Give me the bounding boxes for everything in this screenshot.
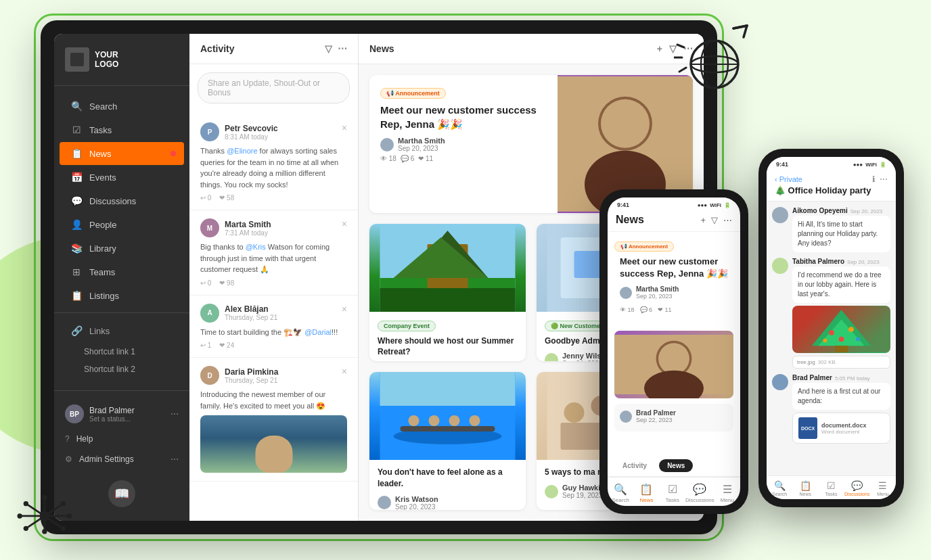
news-featured-avatar — [380, 138, 394, 151]
sidebar-item-teams[interactable]: ⊞ Teams — [60, 260, 184, 283]
activity-post-3-reply[interactable]: ↩ 1 — [200, 342, 211, 349]
chat-bottom-bar: 🔍 Search 📋 News ☑ Tasks 💬 Discussions ☰ … — [767, 475, 896, 499]
chat-nav-discussions[interactable]: 💬 Discussions — [844, 480, 870, 496]
sidebar-item-news[interactable]: 📋 News — [60, 142, 184, 165]
phone-news-second-card[interactable]: Brad Palmer Sep 22, 2023 — [614, 404, 733, 431]
phone-nav-search-label: Search — [612, 497, 629, 503]
sidebar-shortcut-2[interactable]: Shortcut link 2 — [54, 360, 189, 378]
news-card-1-image — [369, 224, 526, 312]
activity-post-3-name: Alex Blăjan — [225, 304, 277, 314]
activity-filter-icon[interactable]: ▽ — [325, 43, 332, 54]
activity-post-1-reply[interactable]: ↩ 0 — [200, 194, 211, 202]
activity-post-4-image — [200, 415, 347, 473]
chat-avatar-tabitha — [772, 258, 788, 274]
chat-nav-search[interactable]: 🔍 Search — [767, 480, 792, 496]
chat-more-icon[interactable]: ⋯ — [880, 174, 888, 184]
phone-news-featured-card[interactable]: 📢 Announcement Meet our new customer suc… — [614, 239, 733, 325]
phone-nav-tasks[interactable]: ☑ Tasks — [660, 483, 685, 503]
activity-post-1-close[interactable]: × — [342, 122, 347, 133]
activity-more-icon[interactable]: ⋯ — [338, 43, 347, 54]
activity-panel: Activity ▽ ⋯ Share an Update, Shout-Out … — [189, 34, 359, 521]
sidebar-admin-settings[interactable]: ⚙ Admin Settings ⋯ — [60, 449, 184, 469]
docx-file-info: document.docx Word document — [821, 422, 867, 435]
chat-nav-news[interactable]: 📋 News — [792, 480, 818, 496]
activity-post-2-actions: ↩ 0 ❤ 98 — [200, 279, 347, 287]
phone-news-header: News + ▽ ⋯ — [608, 210, 740, 232]
phone-news-status-icons: ●●● WiFi 🔋 — [698, 202, 731, 208]
chat-back-button[interactable]: ‹ Private — [775, 175, 802, 183]
sidebar-item-news-label: News — [89, 149, 112, 159]
sidebar-help[interactable]: ? Help — [60, 429, 184, 449]
activity-post-4-close[interactable]: × — [342, 366, 347, 377]
activity-post-1-time: 8:31 AM today — [225, 133, 278, 141]
discussions-icon: 💬 — [70, 195, 83, 207]
sidebar-shortcut-1[interactable]: Shortcut link 1 — [54, 343, 189, 360]
sidebar-item-links[interactable]: 🔗 Links — [60, 319, 184, 342]
admin-settings-options-icon[interactable]: ⋯ — [171, 454, 179, 464]
chat-msg-1-header: Aikomo Opeyemi Sep 20, 2023 — [792, 207, 890, 214]
chat-nav-menu[interactable]: ☰ Menu — [870, 480, 896, 496]
teams-icon: ⊞ — [70, 266, 83, 278]
phone-nav-search[interactable]: 🔍 Search — [608, 483, 633, 503]
phone-news-header-icons: + ▽ ⋯ — [700, 215, 732, 225]
phone-nav-discussions-label: Discussions — [685, 497, 714, 503]
phone-featured-meta: 👁 18 💬 6 ❤ 11 — [614, 306, 733, 319]
phone-nav-news[interactable]: 📋 News — [633, 483, 659, 503]
chat-nav-tasks[interactable]: ☑ Tasks — [818, 480, 844, 496]
phone-nav-menu[interactable]: ☰ Menu — [714, 483, 740, 503]
news-card-1[interactable]: Company Event Where should we host our S… — [369, 224, 526, 362]
activity-post-3-like[interactable]: ❤ 24 — [219, 342, 234, 349]
phone-nav-discussions[interactable]: 💬 Discussions — [685, 483, 714, 503]
activity-post-2-like[interactable]: ❤ 98 — [219, 279, 234, 287]
activity-post-2-close[interactable]: × — [342, 218, 347, 229]
news-featured-author: Martha Smith Sep 20, 2023 — [380, 137, 547, 152]
news-card-3[interactable]: You don't have to feel alone as a leader… — [369, 372, 526, 510]
activity-post-1-like[interactable]: ❤ 58 — [219, 194, 234, 202]
links-icon: 🔗 — [70, 325, 83, 337]
sidebar-item-listings[interactable]: 📋 Listings — [60, 284, 184, 307]
phone-second-card-info: Brad Palmer Sep 22, 2023 — [636, 409, 676, 423]
activity-post-4-user: D Daria Pimkina Thursday, Sep 21 — [200, 366, 278, 385]
phone-menu-icon: ☰ — [723, 483, 732, 496]
activity-post-4-time: Thursday, Sep 21 — [225, 377, 278, 384]
phone-news-filter-icon[interactable]: ▽ — [711, 215, 718, 225]
activity-post-3-close[interactable]: × — [342, 304, 347, 314]
phone-tab-activity[interactable]: Activity — [614, 459, 655, 472]
svg-point-22 — [42, 529, 47, 534]
activity-post-1-text: Thanks @Elinore for always sorting sales… — [200, 145, 347, 190]
chat-docx-attachment[interactable]: DOCX document.docx Word document — [792, 413, 890, 444]
user-options-icon[interactable]: ⋯ — [171, 409, 179, 419]
phone-news-panel-title: News — [616, 214, 644, 226]
phone-news-add-icon[interactable]: + — [700, 215, 706, 225]
activity-avatar-petr: P — [200, 122, 219, 141]
svg-point-25 — [61, 501, 66, 506]
news-add-icon[interactable]: + — [657, 43, 662, 54]
chat-info-icon[interactable]: ℹ — [872, 174, 876, 184]
chat-message-1: Aikomo Opeyemi Sep 20, 2023 Hi All, It's… — [772, 207, 890, 252]
activity-post-2-reply[interactable]: ↩ 0 — [200, 279, 211, 287]
activity-feed: P Petr Sevcovic 8:31 AM today × Thanks @… — [189, 112, 358, 521]
phone-tab-news[interactable]: News — [659, 459, 693, 472]
activity-post-4-user-info: Daria Pimkina Thursday, Sep 21 — [225, 367, 278, 384]
phone-news-more-icon[interactable]: ⋯ — [723, 215, 732, 225]
sidebar-item-search[interactable]: 🔍 Search — [60, 95, 184, 118]
svg-line-17 — [45, 504, 63, 516]
news-card-4-author-info: Guy Hawki Sep 19, 2023 — [562, 484, 603, 499]
phone-featured-likes: ❤ 11 — [658, 306, 672, 313]
user-profile[interactable]: BP Brad Palmer Set a status... ⋯ — [60, 399, 184, 429]
sidebar-item-library[interactable]: 📚 Library — [60, 237, 184, 260]
activity-post-4: D Daria Pimkina Thursday, Sep 21 × Intro… — [189, 358, 358, 482]
sidebar-item-people[interactable]: 👤 People — [60, 213, 184, 236]
sidebar-item-events-label: Events — [89, 172, 116, 183]
sidebar-item-tasks[interactable]: ☑ Tasks — [60, 118, 184, 141]
chat-messages: Aikomo Opeyemi Sep 20, 2023 Hi All, It's… — [767, 202, 896, 475]
activity-panel-header: Activity ▽ ⋯ — [189, 34, 358, 64]
sidebar-item-discussions[interactable]: 💬 Discussions — [60, 189, 184, 212]
phone-second-card-name: Brad Palmer — [636, 409, 676, 417]
sidebar-item-tasks-label: Tasks — [89, 125, 112, 135]
sidebar-item-events[interactable]: 📅 Events — [60, 166, 184, 189]
activity-input[interactable]: Share an Update, Shout-Out or Bonus — [198, 72, 350, 103]
knowledge-base-button[interactable]: 📖 — [108, 480, 135, 507]
phone-featured-author-info: Martha Smith Sep 20, 2023 — [636, 285, 679, 300]
chat-nav-search-label: Search — [772, 492, 787, 496]
